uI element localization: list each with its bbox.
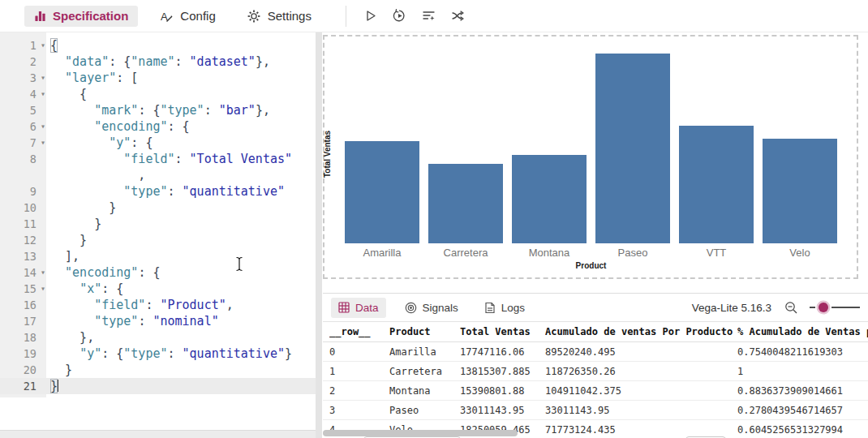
code-text: } (46, 232, 87, 248)
x-axis-labels: AmarillaCarreteraMontanaPaseoVTTVelo (345, 247, 837, 259)
tab-logs[interactable]: Logs (477, 298, 532, 318)
fold-chevron-icon[interactable]: ▾ (41, 264, 45, 281)
fold-chevron-icon[interactable]: ▾ (41, 135, 45, 151)
table-cell: 89520240.495 (545, 346, 737, 358)
code-line[interactable]: 6▾ "encoding": { (0, 118, 316, 135)
table-cell: 71773124.435 (545, 424, 737, 436)
run-button[interactable] (359, 5, 382, 28)
code-line[interactable]: 4▾ { (0, 86, 316, 102)
editor-horizontal-scrollbar[interactable] (0, 430, 316, 438)
shuffle-button[interactable] (447, 5, 470, 28)
code-text: "encoding": { (46, 118, 190, 135)
code-line[interactable]: 15▾ "x": { (0, 281, 316, 297)
format-button[interactable] (418, 5, 440, 28)
code-text: "type": "nominal" (46, 313, 219, 329)
tab-config[interactable]: A Config (149, 6, 225, 27)
tab-signals-label: Signals (423, 302, 458, 314)
table-cell: 33011143.95 (545, 405, 737, 416)
code-line[interactable]: 1▾{ (0, 37, 316, 54)
code-text: "data": {"name": "dataset"}, (46, 54, 270, 70)
slider-thumb[interactable] (819, 303, 828, 312)
row-height-slider[interactable] (810, 303, 860, 312)
code-line[interactable]: , (0, 167, 316, 183)
fold-chevron-icon[interactable]: ▾ (41, 281, 45, 297)
line-number: 17 (0, 313, 46, 329)
tab-specification[interactable]: Specification (24, 6, 138, 27)
code-line[interactable]: 2 "data": {"name": "dataset"}, (0, 54, 316, 70)
line-number: 21 (0, 378, 46, 394)
line-number: 9 (0, 183, 46, 200)
line-number: 19 (0, 346, 46, 362)
line-number: 20 (0, 362, 46, 378)
code-text: "field": "Total Ventas" (46, 151, 292, 167)
code-line[interactable]: 3▾ "layer": [ (0, 70, 316, 86)
code-text: "layer": [ (46, 70, 138, 86)
x-tick-label: VTT (679, 247, 754, 259)
code-text: } (46, 362, 72, 378)
code-line[interactable]: 9 "type": "quantitative" (0, 183, 316, 200)
tab-data[interactable]: Data (331, 298, 386, 318)
table-cell: 104911042.375 (545, 385, 737, 397)
code-text: "field": "Product", (46, 297, 234, 313)
line-number: 12 (0, 232, 46, 248)
spec-editor[interactable]: 1▾{2 "data": {"name": "dataset"},3▾ "lay… (0, 32, 316, 438)
data-panel-controls: Vega-Lite 5.16.3 (692, 301, 860, 315)
code-line[interactable]: 18 }, (0, 329, 316, 346)
line-number: 13 (0, 248, 46, 264)
code-line[interactable]: 17 "type": "nominal" (0, 313, 316, 329)
tab-logs-label: Logs (501, 302, 525, 314)
table-cell: Paseo (389, 405, 460, 416)
config-pen-icon: A (159, 9, 174, 24)
auto-run-button[interactable] (389, 5, 411, 28)
table-cell: 2 (329, 385, 389, 397)
code-line[interactable]: 16 "field": "Product", (0, 297, 316, 313)
table-row: 0Amarilla17747116.0689520240.4950.754004… (323, 342, 868, 362)
line-number: 3▾ (0, 70, 46, 86)
table-row: 3Paseo33011143.9533011143.950.2780439546… (323, 401, 868, 420)
column-header: Total Ventas (460, 326, 545, 337)
x-tick-label: Amarilla (345, 247, 419, 259)
line-number: 14▾ (0, 264, 46, 281)
line-number (0, 167, 46, 183)
tab-signals[interactable]: Signals (397, 298, 466, 318)
table-cell: 15390801.88 (460, 385, 545, 397)
vega-lite-version: Vega-Lite 5.16.3 (692, 302, 771, 314)
code-text: "encoding": { (46, 264, 160, 281)
table-row: 2Montana15390801.88104911042.3750.883637… (323, 381, 868, 401)
code-line[interactable]: 7▾ "y": { (0, 135, 316, 151)
code-line[interactable]: 19 "y": {"type": "quantitative"} (0, 346, 316, 362)
bar-velo (763, 139, 837, 243)
code-line[interactable]: 21} (0, 378, 316, 394)
code-text: "x": { (46, 281, 123, 297)
fold-chevron-icon[interactable]: ▾ (41, 118, 45, 135)
column-header: Product (389, 326, 460, 337)
code-text: , (46, 167, 145, 183)
code-line[interactable]: 10 } (0, 200, 316, 216)
zoom-out-button[interactable] (784, 301, 798, 315)
table-cell: 33011143.95 (460, 405, 545, 416)
code-line[interactable]: 5 "mark": {"type": "bar"}, (0, 102, 316, 118)
fold-chevron-icon[interactable]: ▾ (41, 70, 45, 86)
gear-icon (247, 9, 261, 24)
table-cell: 3 (329, 405, 389, 416)
panel-resize-handle[interactable] (316, 32, 322, 438)
code-line[interactable]: 14▾ "encoding": { (0, 264, 316, 281)
column-header: Acumulado de ventas Por Producto (545, 326, 737, 337)
code-line[interactable]: 8 "field": "Total Ventas" (0, 151, 316, 167)
data-panel: Data Signals Logs (323, 293, 868, 438)
table-cell: 118726350.26 (545, 366, 737, 377)
table-row: 1Carretera13815307.885118726350.261 (323, 362, 868, 381)
bar-paseo (595, 54, 670, 243)
fold-chevron-icon[interactable]: ▾ (41, 86, 45, 102)
code-line[interactable]: 20 } (0, 362, 316, 378)
table-cell: 0.8836373909014661 (737, 385, 868, 397)
table-cell: 1 (329, 366, 389, 377)
table-header-row: __row__ProductTotal VentasAcumulado de v… (323, 322, 868, 342)
table-horizontal-scrollbar[interactable] (323, 430, 518, 436)
signal-icon (405, 302, 417, 314)
tab-settings[interactable]: Settings (237, 6, 321, 27)
code-line[interactable]: 13 ], (0, 248, 316, 264)
fold-chevron-icon[interactable]: ▾ (41, 37, 45, 54)
code-line[interactable]: 11 } (0, 216, 316, 232)
code-line[interactable]: 12 } (0, 232, 316, 248)
